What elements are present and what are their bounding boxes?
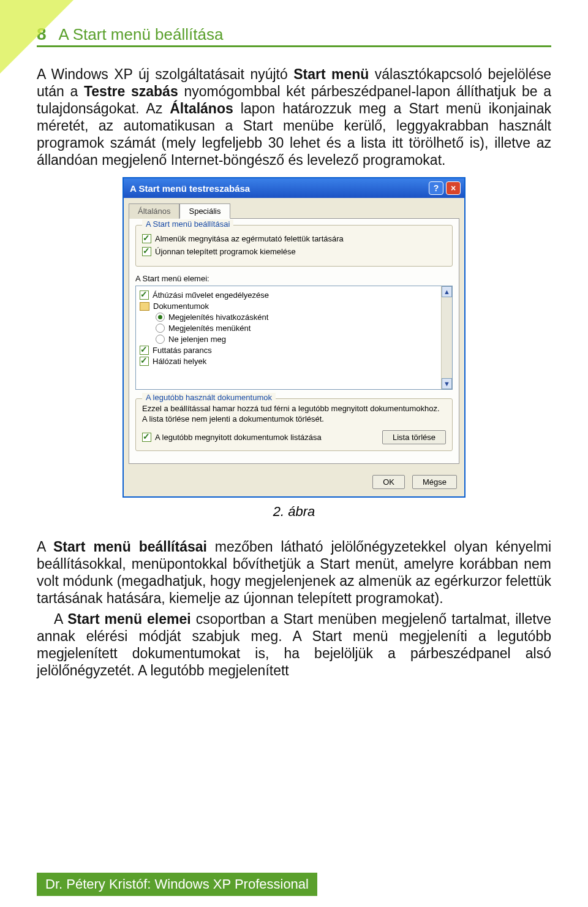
checkbox-highlight-new[interactable] (142, 247, 151, 256)
group-start-menu-settings: A Start menü beállításai Almenük megnyit… (135, 225, 453, 267)
checkbox-label: Újonnan telepített programok kiemelése (155, 247, 296, 256)
checkbox-list-recent[interactable] (142, 433, 151, 442)
ok-button[interactable]: OK (372, 475, 405, 489)
page-header-title: A Start menü beállítása (59, 25, 224, 44)
group-recent-documents: A legutóbb használt dokumentumok Ezzel a… (135, 398, 453, 451)
clear-list-button[interactable]: Lista törlése (382, 430, 446, 444)
radio-display-menu[interactable] (156, 324, 165, 333)
dialog-title: A Start menü testreszabása (130, 183, 250, 194)
page-footer: Dr. Pétery Kristóf: Windows XP Professio… (37, 873, 317, 896)
bold-elements-group: Start menü elemei (67, 611, 190, 627)
list-scrollbar[interactable]: ▲ ▼ (441, 286, 452, 389)
checkbox-label: Almenük megnyitása az egérmutató felettü… (155, 234, 344, 243)
list-item-label: Hálózati helyek (153, 357, 206, 366)
dialog-tabs: Általános Speciális (124, 198, 464, 218)
bold-start-menu: Start menü (293, 66, 369, 82)
help-button[interactable]: ? (429, 181, 443, 195)
page-header: 8 A Start menü beállítása (37, 25, 551, 47)
bold-settings-field: Start menü beállításai (53, 539, 207, 555)
checkbox-submenu-hover[interactable] (142, 234, 151, 243)
radio-label: Megjelenítés menüként (168, 324, 251, 333)
list-item-label: Futtatás parancs (153, 346, 212, 355)
dialog-panel: A Start menü beállításai Almenük megnyit… (129, 218, 459, 464)
start-menu-elements-list[interactable]: Áthúzási művelet engedélyezése Dokumentu… (135, 286, 453, 390)
list-item-label: Áthúzási művelet engedélyezése (153, 290, 269, 300)
text: A (37, 539, 53, 555)
checkbox-label: A legutóbb megnyitott dokumentumok listá… (155, 433, 322, 442)
group-title: A legutóbb használt dokumentumok (142, 393, 276, 402)
checkbox-network-places[interactable] (140, 357, 149, 366)
tab-special[interactable]: Speciális (179, 203, 230, 219)
scroll-down-button[interactable]: ▼ (442, 378, 452, 389)
intro-paragraph: A Windows XP új szolgáltatásait nyújtó S… (37, 66, 551, 169)
bold-altalanos: Általános (170, 101, 233, 116)
checkbox-drag-enable[interactable] (140, 290, 149, 300)
close-button[interactable]: × (446, 181, 461, 195)
scroll-up-button[interactable]: ▲ (442, 286, 452, 297)
bold-testre-szabas: Testre szabás (84, 83, 178, 99)
tab-general[interactable]: Általános (129, 203, 179, 219)
dialog-footer-buttons: OK Mégse (124, 469, 464, 496)
figure-caption: 2. ábra (37, 504, 551, 520)
text: A Windows XP új szolgáltatásait nyújtó (37, 66, 293, 82)
folder-icon (140, 302, 149, 311)
group-title: A Start menü beállításai (142, 219, 233, 229)
radio-label: Ne jelenjen meg (168, 335, 226, 344)
dialog-titlebar: A Start menü testreszabása ? × (124, 178, 464, 198)
radio-display-none[interactable] (156, 335, 165, 344)
elements-label: A Start menü elemei: (135, 274, 453, 283)
checkbox-run-command[interactable] (140, 346, 149, 355)
after-paragraphs: A Start menü beállításai mezőben látható… (37, 538, 551, 679)
page-corner-decoration (0, 0, 74, 74)
radio-label: Megjelenítés hivatkozásként (168, 313, 268, 322)
cancel-button[interactable]: Mégse (412, 475, 457, 489)
radio-display-link[interactable] (156, 313, 165, 322)
start-menu-customize-dialog: A Start menü testreszabása ? × Általános… (123, 177, 466, 498)
list-item-label: Dokumentumok (153, 302, 209, 311)
text: A (54, 611, 67, 627)
group-description: Ezzel a beállítással hamar hozzá tud fér… (142, 404, 446, 424)
